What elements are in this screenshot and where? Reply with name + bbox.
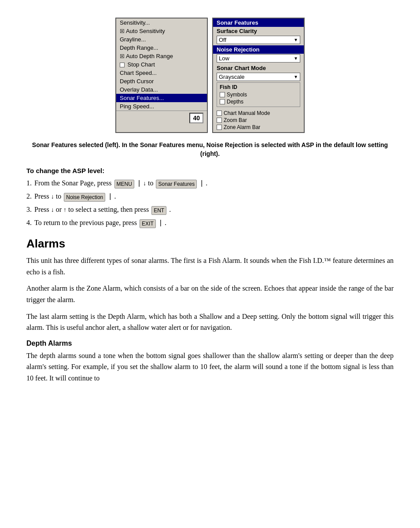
step-3-text: Press ↓ or ↑ to select a setting, then p… (34, 204, 171, 215)
down-arrow-1: ↓ (143, 180, 146, 187)
pipe-4: | (160, 219, 162, 226)
chart-manual-mode-checkbox[interactable] (217, 111, 222, 116)
caption: Sonar Features selected (left). In the S… (26, 141, 394, 158)
bottom-checkboxes: Chart Manual Mode Zoom Bar Zone Alarm Ba… (213, 108, 304, 132)
menu-bottom-section: 40 (116, 111, 207, 125)
sonar-chart-mode-arrow: ▼ (294, 74, 298, 79)
menu-button[interactable]: MENU (114, 180, 134, 188)
menu-item-depth-cursor[interactable]: Depth Cursor (116, 77, 207, 85)
step-2: 2. Press ↓ to Noise Rejection | . (26, 191, 394, 202)
fish-id-symbols-checkbox[interactable] (220, 92, 225, 97)
sonar-features-title: Sonar Features (213, 18, 304, 27)
alarms-para3: The last alarm setting is the Depth Alar… (26, 311, 394, 333)
sonar-chart-mode-dropdown[interactable]: Grayscale ▼ (217, 73, 300, 81)
fish-id-depths-row[interactable]: Depths (220, 98, 297, 105)
pipe-3: | (109, 192, 111, 200)
fish-id-symbols-label: Symbols (227, 92, 247, 98)
depth-alarms-text: The depth alarms sound a tone when the b… (26, 350, 394, 384)
chart-manual-mode-label: Chart Manual Mode (224, 110, 270, 116)
right-menu: Sonar Features Surface Clarity Off ▼ Noi… (212, 18, 305, 133)
step-2-num: 2. (26, 191, 32, 202)
menu-item-sensitivity[interactable]: Sensitivity... (116, 18, 207, 27)
fish-id-depths-checkbox[interactable] (220, 99, 225, 104)
sonar-chart-mode-label: Sonar Chart Mode (213, 64, 304, 72)
noise-rejection-dropdown[interactable]: Low ▼ (217, 54, 300, 63)
fish-id-depths-label: Depths (227, 99, 243, 105)
surface-clarity-dropdown[interactable]: Off ▼ (217, 36, 300, 44)
step-4-text: To return to the previous page, press EX… (34, 218, 166, 228)
left-menu: Sensitivity... ☒ Auto Sensitivity Grayli… (115, 18, 208, 133)
alarms-heading: Alarms (26, 237, 394, 251)
menu-item-overlay-data[interactable]: Overlay Data... (116, 85, 207, 94)
alarms-para2: Another alarm is the Zone Alarm, which c… (26, 283, 394, 305)
surface-clarity-label: Surface Clarity (213, 27, 304, 35)
number-display: 40 (189, 113, 203, 123)
menu-item-auto-depth-range[interactable]: ☒ Auto Depth Range (116, 52, 207, 60)
pipe-2: | (201, 179, 203, 187)
step-1: 1. From the Sonar Page, press MENU | ↓ t… (26, 178, 394, 188)
menus-area: Sensitivity... ☒ Auto Sensitivity Grayli… (26, 18, 394, 133)
zone-alarm-bar-label: Zone Alarm Bar (224, 124, 260, 130)
step-3-num: 3. (26, 204, 32, 215)
menu-item-stop-chart[interactable]: Stop Chart (116, 60, 207, 69)
surface-clarity-arrow: ▼ (294, 37, 298, 42)
asp-heading: To change the ASP level: (26, 167, 394, 174)
enter-button[interactable]: ENT (151, 206, 166, 215)
menu-item-depth-range[interactable]: Depth Range... (116, 44, 207, 52)
step-2-text: Press ↓ to Noise Rejection | . (34, 191, 116, 202)
menu-item-ping-speed[interactable]: Ping Speed... (116, 102, 207, 111)
menu-item-auto-sensitivity[interactable]: ☒ Auto Sensitivity (116, 27, 207, 35)
zoom-bar-label: Zoom Bar (224, 117, 247, 123)
zone-alarm-bar-row[interactable]: Zone Alarm Bar (217, 124, 300, 131)
step-3: 3. Press ↓ or ↑ to select a setting, the… (26, 204, 394, 215)
step-1-num: 1. (26, 178, 32, 188)
step-1-text: From the Sonar Page, press MENU | ↓ to S… (34, 178, 207, 188)
up-arrow-3: ↑ (63, 206, 66, 213)
sonar-features-button[interactable]: Sonar Features (156, 180, 197, 188)
noise-rejection-value: Low (219, 55, 292, 62)
step-4-num: 4. (26, 218, 32, 228)
fish-id-title: Fish ID (220, 84, 297, 90)
surface-clarity-value: Off (219, 37, 292, 43)
menu-item-sonar-features[interactable]: Sonar Features... (116, 94, 207, 102)
down-arrow-2: ↓ (51, 193, 54, 200)
step-4: 4. To return to the previous page, press… (26, 218, 394, 228)
depth-alarms-heading: Depth Alarms (26, 340, 394, 347)
noise-rejection-button[interactable]: Noise Rejection (64, 193, 105, 202)
fish-id-symbols-row[interactable]: Symbols (220, 91, 297, 98)
zone-alarm-bar-checkbox[interactable] (217, 125, 222, 130)
pipe-1: | (138, 179, 140, 187)
noise-rejection-label: Noise Rejection (213, 45, 304, 54)
asp-steps: 1. From the Sonar Page, press MENU | ↓ t… (26, 178, 394, 228)
sonar-chart-mode-value: Grayscale (219, 74, 292, 80)
zoom-bar-checkbox[interactable] (217, 118, 222, 123)
noise-rejection-arrow: ▼ (294, 56, 298, 61)
page-container: Sensitivity... ☒ Auto Sensitivity Grayli… (26, 18, 394, 384)
down-arrow-3: ↓ (51, 206, 54, 213)
chart-manual-mode-row[interactable]: Chart Manual Mode (217, 110, 300, 117)
fish-id-box: Fish ID Symbols Depths (217, 82, 300, 107)
menu-item-grayline[interactable]: Grayline... (116, 35, 207, 44)
zoom-bar-row[interactable]: Zoom Bar (217, 117, 300, 124)
exit-button[interactable]: EXIT (140, 219, 156, 228)
menu-item-chart-speed[interactable]: Chart Speed... (116, 69, 207, 77)
alarms-para1: This unit has three different types of s… (26, 255, 394, 277)
